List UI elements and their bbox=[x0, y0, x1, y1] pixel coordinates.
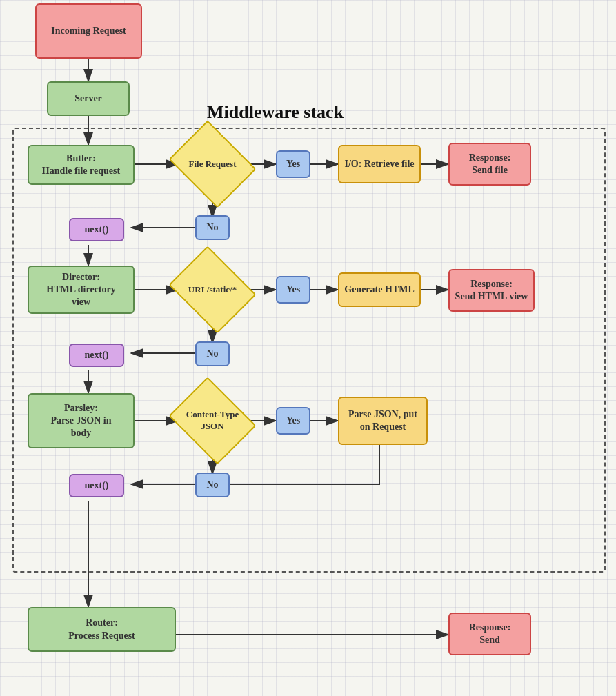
server-box: Server bbox=[47, 81, 130, 116]
next-dir-box: next() bbox=[69, 344, 124, 367]
yes-file-box: Yes bbox=[276, 150, 310, 178]
uri-static-diamond: URI /static/* bbox=[178, 262, 247, 317]
incoming-request-box: Incoming Request bbox=[35, 3, 142, 59]
response-file-box: Response: Send file bbox=[448, 143, 531, 186]
no-dir-box: No bbox=[195, 341, 230, 366]
file-request-diamond: File Request bbox=[178, 137, 247, 192]
response-send-box: Response: Send bbox=[448, 613, 531, 655]
no-file-box: No bbox=[195, 215, 230, 240]
router-box: Router: Process Request bbox=[28, 607, 176, 652]
no-json-box: No bbox=[195, 473, 230, 497]
butler-box: Butler: Handle file request bbox=[28, 145, 135, 185]
io-retrieve-box: I/O: Retrieve file bbox=[338, 145, 421, 183]
next-json-box: next() bbox=[69, 474, 124, 497]
parse-json-box: Parse JSON, put on Request bbox=[338, 397, 428, 445]
yes-json-box: Yes bbox=[276, 407, 310, 435]
parsley-box: Parsley: Parse JSON in body bbox=[28, 393, 135, 448]
generate-html-box: Generate HTML bbox=[338, 272, 421, 307]
middleware-title: Middleware stack bbox=[207, 102, 344, 123]
flowchart: Middleware stack bbox=[0, 0, 616, 696]
content-type-diamond: Content-Type JSON bbox=[178, 393, 247, 448]
response-html-box: Response: Send HTML view bbox=[448, 269, 535, 312]
yes-dir-box: Yes bbox=[276, 276, 310, 304]
next-file-box: next() bbox=[69, 218, 124, 241]
director-box: Director: HTML directory view bbox=[28, 266, 135, 314]
